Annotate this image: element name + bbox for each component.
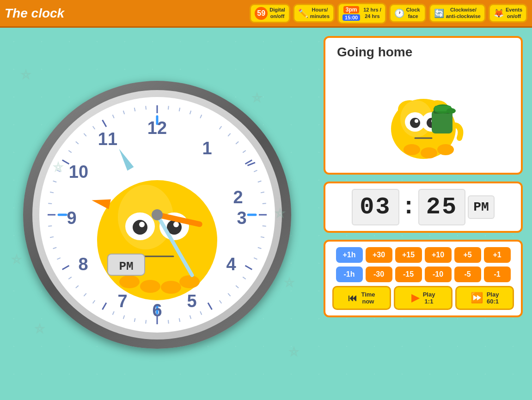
svg-line-60 bbox=[146, 106, 146, 109]
right-panel: Going home bbox=[314, 29, 532, 400]
svg-line-24 bbox=[263, 203, 266, 204]
clock-face-button[interactable]: 🕐 Clockface bbox=[389, 4, 426, 22]
time-now-label: Timenow bbox=[361, 291, 375, 305]
minus-5-button[interactable]: -5 bbox=[454, 267, 481, 282]
controls-panel: +1h +30 +15 +10 +5 +1 -1h -30 -15 -10 -5… bbox=[324, 240, 523, 317]
plus-1-button[interactable]: +1 bbox=[484, 247, 511, 263]
svg-text:3: 3 bbox=[237, 208, 246, 228]
event-monster-svg bbox=[377, 69, 470, 161]
clock-face-icon: 🕐 bbox=[394, 8, 404, 18]
24hr-display: 15:00 bbox=[342, 14, 360, 21]
svg-point-105 bbox=[410, 118, 420, 128]
svg-text:9: 9 bbox=[67, 208, 76, 228]
event-image bbox=[332, 64, 514, 166]
svg-text:1: 1 bbox=[202, 139, 212, 158]
pencil-icon: ✏️ bbox=[298, 8, 308, 18]
svg-point-117 bbox=[446, 108, 456, 114]
clockwise-icon: 🔄 bbox=[434, 8, 444, 18]
clock-area: 12 1 2 3 4 5 6 7 8 9 10 11 bbox=[0, 29, 314, 400]
svg-line-36 bbox=[168, 320, 169, 323]
svg-point-88 bbox=[119, 275, 140, 288]
minus-10-button[interactable]: -10 bbox=[425, 267, 452, 282]
clock-outer: 12 1 2 3 4 5 6 7 8 9 10 11 bbox=[23, 81, 291, 349]
clock-face-label: Clockface bbox=[406, 7, 420, 19]
action-row: ⏮ Timenow ▶ Play1:1 ⏩ Play60:1 bbox=[332, 286, 514, 310]
plus-10-button[interactable]: +10 bbox=[425, 247, 452, 263]
play-1-1-button[interactable]: ▶ Play1:1 bbox=[394, 286, 453, 310]
play-1-1-label: Play1:1 bbox=[423, 291, 435, 305]
clock-inner: 12 1 2 3 4 5 6 7 8 9 10 11 bbox=[32, 90, 282, 339]
minus-1-button[interactable]: -1 bbox=[484, 267, 511, 282]
svg-point-83 bbox=[133, 220, 147, 235]
digital-label: Digitalon/off bbox=[269, 7, 285, 19]
play-60-1-button[interactable]: ⏩ Play60:1 bbox=[455, 286, 514, 310]
time-now-button[interactable]: ⏮ Timenow bbox=[332, 286, 391, 310]
header: The clock 59 Digitalon/off ✏️ Hours/minu… bbox=[0, 0, 532, 28]
svg-text:12: 12 bbox=[147, 118, 167, 138]
play-60-1-label: Play60:1 bbox=[487, 291, 499, 305]
svg-point-85 bbox=[139, 222, 145, 227]
minus-15-button[interactable]: -15 bbox=[395, 267, 422, 282]
play-60-1-icon: ⏩ bbox=[471, 292, 483, 304]
events-label: Eventson/off bbox=[506, 7, 522, 19]
clockwise-label: Clockwise/anti-clockwise bbox=[446, 7, 481, 19]
digital-button[interactable]: 59 Digitalon/off bbox=[250, 4, 290, 23]
time-now-icon: ⏮ bbox=[348, 293, 357, 303]
clock-svg: 12 1 2 3 4 5 6 7 8 9 10 11 bbox=[39, 97, 275, 333]
plus-1h-button[interactable]: +1h bbox=[336, 247, 363, 263]
digital-minutes: 25 bbox=[418, 189, 465, 225]
svg-point-98 bbox=[152, 209, 163, 220]
svg-line-25 bbox=[263, 225, 266, 226]
minus-row: -1h -30 -15 -10 -5 -1 bbox=[332, 267, 514, 282]
12-24-button[interactable]: 3pm 15:00 12 hrs /24 hrs bbox=[337, 3, 386, 24]
12hr-display: 3pm bbox=[343, 6, 360, 13]
svg-point-107 bbox=[415, 119, 418, 123]
svg-text:8: 8 bbox=[78, 255, 88, 274]
minus-1h-button[interactable]: -1h bbox=[336, 267, 363, 282]
plus-15-button[interactable]: +15 bbox=[395, 247, 422, 263]
main-content: 12 1 2 3 4 5 6 7 8 9 10 11 bbox=[0, 29, 532, 400]
svg-text:10: 10 bbox=[69, 162, 88, 182]
app-title: The clock bbox=[5, 6, 64, 21]
events-button[interactable]: 🦊 Eventson/off bbox=[489, 4, 527, 22]
play-1-1-icon: ▶ bbox=[411, 292, 419, 304]
svg-text:2: 2 bbox=[233, 188, 243, 207]
svg-point-89 bbox=[140, 280, 160, 293]
plus-30-button[interactable]: +30 bbox=[366, 247, 392, 263]
svg-line-37 bbox=[146, 320, 146, 323]
svg-line-48 bbox=[48, 225, 52, 226]
digital-colon: : bbox=[402, 194, 416, 221]
event-title: Going home bbox=[337, 45, 412, 60]
digital-display: 03 : 25 PM bbox=[324, 182, 523, 233]
svg-point-113 bbox=[421, 147, 437, 158]
12-24-label: 12 hrs /24 hrs bbox=[363, 7, 381, 19]
plus-row: +1h +30 +15 +10 +5 +1 bbox=[332, 247, 514, 263]
svg-text:6: 6 bbox=[152, 301, 162, 320]
svg-text:7: 7 bbox=[117, 291, 127, 311]
digital-ampm: PM bbox=[468, 195, 495, 219]
hours-minutes-label: Hours/minutes bbox=[310, 7, 330, 19]
svg-line-13 bbox=[168, 106, 169, 109]
svg-point-114 bbox=[437, 144, 454, 155]
svg-point-112 bbox=[404, 144, 420, 155]
svg-rect-110 bbox=[432, 110, 453, 133]
svg-text:4: 4 bbox=[226, 255, 236, 274]
svg-point-86 bbox=[173, 222, 179, 227]
svg-text:PM: PM bbox=[119, 260, 133, 273]
plus-5-button[interactable]: +5 bbox=[454, 247, 481, 263]
svg-point-90 bbox=[161, 281, 181, 294]
clock-face[interactable]: 12 1 2 3 4 5 6 7 8 9 10 11 bbox=[39, 97, 275, 333]
hours-minutes-button[interactable]: ✏️ Hours/minutes bbox=[293, 4, 335, 22]
digital-counter: 59 bbox=[255, 7, 268, 20]
header-buttons: 59 Digitalon/off ✏️ Hours/minutes 3pm 15… bbox=[250, 3, 527, 24]
events-icon: 🦊 bbox=[494, 8, 504, 18]
svg-point-91 bbox=[179, 275, 200, 288]
svg-text:11: 11 bbox=[98, 129, 117, 149]
minus-30-button[interactable]: -30 bbox=[366, 267, 392, 282]
svg-text:5: 5 bbox=[187, 291, 196, 311]
event-card: Going home bbox=[324, 36, 523, 175]
svg-line-49 bbox=[48, 203, 52, 204]
digital-hours: 03 bbox=[352, 189, 399, 225]
clockwise-button[interactable]: 🔄 Clockwise/anti-clockwise bbox=[429, 4, 486, 22]
